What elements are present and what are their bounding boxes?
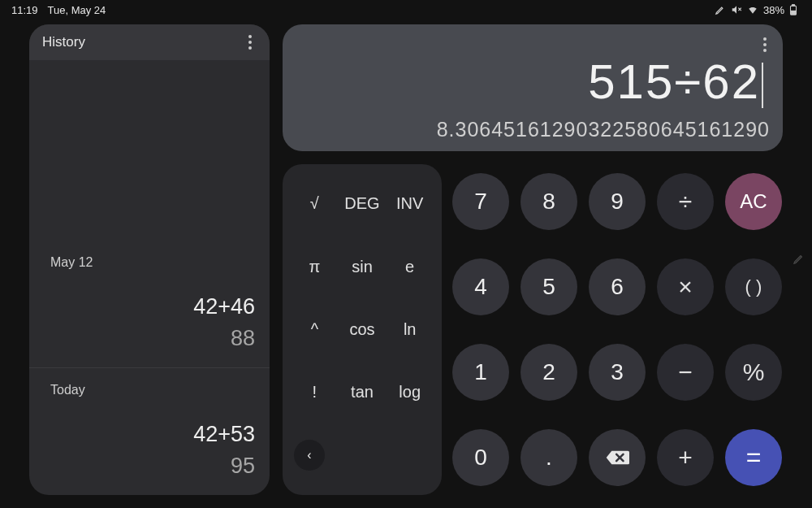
status-bar: 11:19 Tue, May 24 38%: [0, 0, 812, 20]
result-line: 8.30645161290322580645161290: [296, 118, 770, 141]
scientific-pad: √ DEG INV π sin e ^ cos ln ! tan log ‹: [283, 164, 442, 495]
backspace-button[interactable]: [589, 429, 646, 486]
history-result: 95: [50, 452, 255, 480]
sqrt-button[interactable]: √: [292, 174, 337, 233]
factorial-button[interactable]: !: [292, 363, 337, 422]
sin-button[interactable]: sin: [340, 237, 385, 296]
status-time: 11:19: [11, 4, 38, 16]
digit-7-button[interactable]: 7: [452, 173, 509, 230]
history-date: May 12: [50, 255, 255, 270]
add-button[interactable]: +: [657, 429, 714, 486]
inv-button[interactable]: INV: [387, 174, 432, 233]
history-result: 88: [50, 324, 255, 353]
backspace-icon: [605, 449, 629, 467]
tan-button[interactable]: tan: [340, 363, 385, 422]
history-group[interactable]: May 12 42+46 88: [29, 241, 270, 367]
expression-line[interactable]: 515÷62: [296, 31, 770, 110]
history-header: History: [29, 24, 270, 60]
cos-button[interactable]: cos: [340, 300, 385, 359]
deg-button[interactable]: DEG: [340, 174, 385, 233]
pi-button[interactable]: π: [292, 237, 337, 296]
digit-3-button[interactable]: 3: [589, 344, 646, 401]
digit-0-button[interactable]: 0: [452, 429, 509, 486]
divide-button[interactable]: ÷: [657, 173, 714, 230]
digit-6-button[interactable]: 6: [589, 258, 646, 315]
battery-icon: [789, 4, 801, 15]
multiply-button[interactable]: ×: [657, 258, 714, 315]
ln-button[interactable]: ln: [387, 300, 432, 359]
power-button[interactable]: ^: [292, 300, 337, 359]
calc-display[interactable]: 515÷62 8.30645161290322580645161290: [283, 24, 783, 151]
digit-8-button[interactable]: 8: [520, 173, 577, 230]
history-date: Today: [50, 383, 255, 397]
decimal-button[interactable]: .: [520, 429, 577, 486]
numeric-pad: 7 8 9 ÷ AC 4 5 6 × ( ) 1 2 3 − % 0 .: [451, 164, 783, 495]
mute-icon: [731, 4, 742, 15]
history-group[interactable]: Today 42+53 95: [29, 368, 270, 495]
status-date: Tue, May 24: [48, 4, 106, 16]
parentheses-button[interactable]: ( ): [725, 258, 782, 315]
digit-1-button[interactable]: 1: [452, 344, 509, 401]
percent-button[interactable]: %: [725, 344, 782, 401]
history-panel: History May 12 42+46 88 Today 42+53 95: [29, 24, 270, 495]
battery-percent: 38%: [763, 4, 784, 16]
history-title: History: [42, 34, 85, 50]
collapse-sci-icon[interactable]: ‹: [294, 440, 325, 471]
history-expression: 42+53: [50, 420, 255, 449]
svg-rect-4: [791, 11, 796, 14]
digit-4-button[interactable]: 4: [452, 258, 509, 315]
equals-button[interactable]: =: [725, 429, 782, 486]
history-body: May 12 42+46 88 Today 42+53 95: [29, 60, 270, 495]
digit-2-button[interactable]: 2: [520, 344, 577, 401]
history-expression: 42+46: [50, 293, 255, 321]
digit-5-button[interactable]: 5: [520, 258, 577, 315]
side-pen-icon[interactable]: [793, 252, 806, 268]
subtract-button[interactable]: −: [657, 344, 714, 401]
all-clear-button[interactable]: AC: [725, 173, 782, 230]
history-more-icon[interactable]: [244, 30, 257, 54]
digit-9-button[interactable]: 9: [589, 173, 646, 230]
wifi-icon: [747, 4, 758, 15]
e-button[interactable]: e: [387, 237, 432, 296]
pen-icon: [715, 4, 726, 15]
svg-rect-3: [793, 5, 795, 6]
log-button[interactable]: log: [387, 363, 432, 422]
